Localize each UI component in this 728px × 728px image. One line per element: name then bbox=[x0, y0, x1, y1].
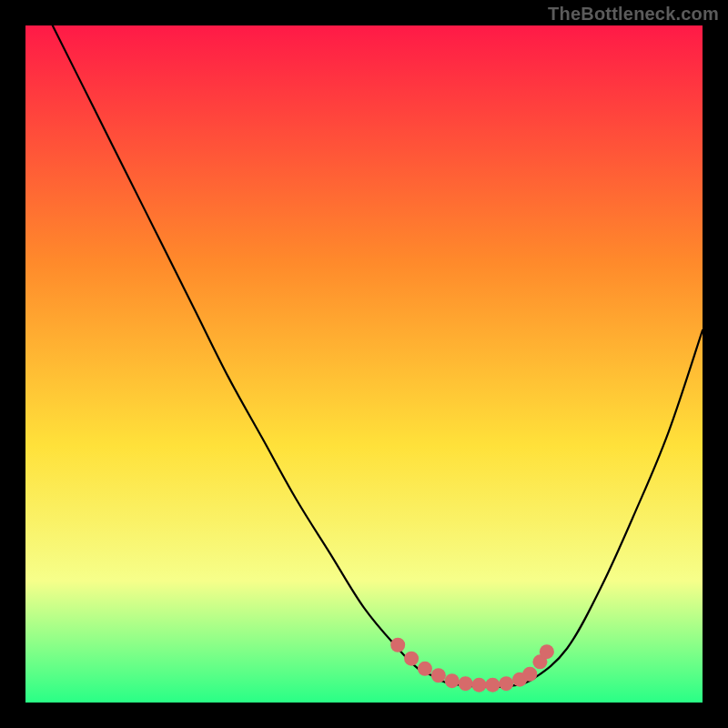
chart-frame: TheBottleneck.com bbox=[0, 0, 728, 728]
optimum-marker bbox=[445, 673, 460, 688]
optimum-marker bbox=[390, 638, 405, 652]
plot-area bbox=[25, 25, 703, 703]
chart-svg bbox=[25, 25, 703, 703]
optimum-marker bbox=[485, 678, 500, 693]
optimum-marker bbox=[522, 667, 537, 682]
optimum-marker bbox=[540, 644, 554, 659]
optimum-marker bbox=[431, 668, 446, 682]
optimum-marker bbox=[418, 662, 432, 676]
gradient-background bbox=[25, 25, 703, 703]
optimum-marker bbox=[404, 652, 419, 666]
optimum-marker bbox=[459, 676, 473, 691]
attribution-label: TheBottleneck.com bbox=[548, 4, 719, 25]
optimum-marker bbox=[499, 676, 513, 691]
optimum-marker bbox=[471, 678, 486, 693]
